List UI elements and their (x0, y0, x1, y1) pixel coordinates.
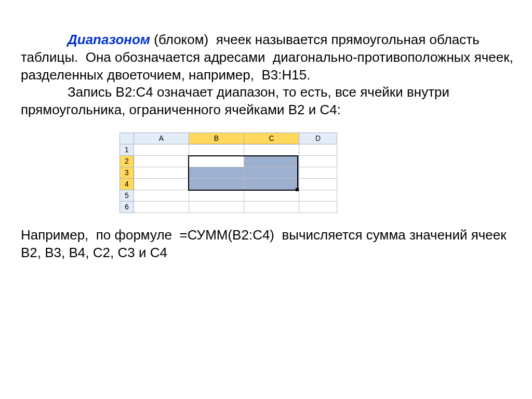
cell[interactable] (134, 201, 189, 212)
cell-anchor[interactable] (189, 155, 244, 167)
col-header[interactable]: A (134, 132, 189, 144)
cell[interactable] (299, 167, 337, 178)
cell[interactable] (244, 144, 299, 155)
cell[interactable] (189, 190, 244, 201)
cell[interactable] (299, 144, 337, 155)
para1-line2: Запись B2:C4 означает диапазон, то есть,… (21, 84, 449, 117)
term-range: Диапазоном (68, 32, 150, 47)
spreadsheet-sample: A B C D 1 2 3 (119, 132, 515, 213)
row-header[interactable]: 1 (120, 144, 134, 155)
header-corner[interactable] (120, 132, 134, 144)
row-header[interactable]: 3 (120, 167, 134, 178)
cell[interactable] (189, 201, 244, 212)
col-header[interactable]: D (299, 132, 337, 144)
cell[interactable] (299, 155, 337, 167)
cell[interactable] (244, 190, 299, 201)
cell[interactable] (299, 201, 337, 212)
row-header[interactable]: 5 (120, 190, 134, 201)
cell[interactable] (299, 178, 337, 190)
cell[interactable] (134, 167, 189, 178)
row-header[interactable]: 2 (120, 155, 134, 167)
cell-selected[interactable] (244, 155, 299, 167)
cell[interactable] (134, 144, 189, 155)
paragraph-2: Например, по формуле =СУММ(B2:C4) вычисл… (21, 227, 515, 262)
cell[interactable] (244, 201, 299, 212)
col-header[interactable]: B (189, 132, 244, 144)
cell[interactable] (134, 178, 189, 190)
spreadsheet-grid: A B C D 1 2 3 (119, 132, 337, 213)
cell-selected[interactable] (244, 167, 299, 178)
slide-content: Диапазоном (блоком) ячеек называется пря… (0, 0, 532, 285)
cell-selected[interactable] (244, 178, 299, 190)
cell-selected[interactable] (189, 167, 244, 178)
row-header[interactable]: 6 (120, 201, 134, 212)
col-header[interactable]: C (244, 132, 299, 144)
row-header[interactable]: 4 (120, 178, 134, 190)
cell-selected[interactable] (189, 178, 244, 190)
cell[interactable] (299, 190, 337, 201)
cell[interactable] (134, 190, 189, 201)
cell[interactable] (189, 144, 244, 155)
cell[interactable] (134, 155, 189, 167)
paragraph-1: Диапазоном (блоком) ячеек называется пря… (21, 31, 515, 119)
